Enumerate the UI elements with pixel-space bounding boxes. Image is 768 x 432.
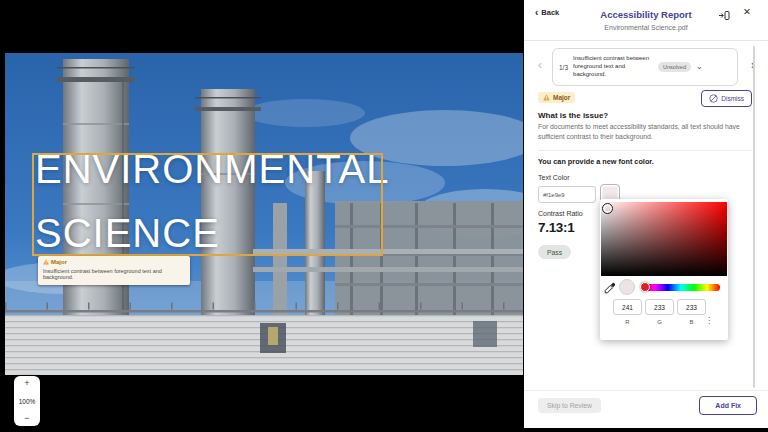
saturation-value-area[interactable]: [601, 202, 727, 276]
zoom-out-button[interactable]: −: [24, 414, 29, 423]
blue-value-input[interactable]: [677, 299, 706, 315]
panel-filename: Environmental Science.pdf: [524, 24, 768, 31]
warning-triangle-icon: [543, 94, 550, 101]
dismiss-label: Dismiss: [721, 95, 744, 102]
add-fix-button[interactable]: Add Fix: [699, 396, 757, 415]
accessibility-report-panel: ‹ Back Accessibility Report Environmenta…: [524, 0, 768, 428]
dismiss-icon: [709, 94, 718, 103]
eyedropper-button[interactable]: [604, 282, 616, 294]
color-picker-popup: R G B ⋮: [600, 199, 728, 340]
close-panel-button[interactable]: ✕: [743, 6, 751, 17]
issue-question-body: For documents to meet accessibility stan…: [538, 122, 752, 142]
resize-panel-icon: [719, 11, 730, 20]
resize-panel-button[interactable]: [719, 8, 730, 23]
issue-card[interactable]: 1/3 Insufficient contrast between foregr…: [552, 48, 738, 86]
hue-slider-thumb[interactable]: [640, 282, 650, 292]
blue-label: B: [677, 319, 706, 325]
chevron-down-icon: ⌄: [696, 62, 703, 71]
severity-badge: Major: [538, 92, 575, 103]
pdf-page-preview[interactable]: ENVIRONMENTAL SCIENCE Major Insufficient…: [5, 53, 523, 375]
issue-dropdown-button[interactable]: ⌄: [696, 64, 703, 70]
issue-tooltip-text: Insufficient contrast between foreground…: [43, 268, 185, 281]
green-label: G: [645, 319, 674, 325]
issue-question-heading: What is the issue?: [538, 111, 608, 120]
previous-issue-button[interactable]: ‹: [538, 58, 542, 72]
warning-triangle-icon: [43, 259, 49, 265]
color-selection-cursor[interactable]: [602, 203, 613, 214]
issue-highlight-box[interactable]: [32, 153, 383, 256]
green-value-input[interactable]: [645, 299, 674, 315]
zoom-level: 100%: [19, 398, 36, 405]
section-divider: [538, 150, 752, 151]
hex-color-input[interactable]: [538, 186, 596, 203]
skip-to-review-button[interactable]: Skip to Review: [538, 398, 601, 413]
zoom-control: + 100% −: [14, 376, 40, 426]
contrast-ratio-value: 7.13:1: [538, 220, 574, 235]
issue-tooltip-severity-label: Major: [51, 259, 67, 265]
panel-scrollbar[interactable]: [753, 46, 755, 388]
eyedropper-icon: [604, 282, 616, 294]
dismiss-button[interactable]: Dismiss: [701, 90, 752, 107]
mode-toggle-icon: ⋮: [705, 316, 713, 325]
zoom-in-button[interactable]: +: [24, 379, 29, 388]
issue-summary: Insufficient contrast between foreground…: [573, 55, 653, 78]
close-icon: ✕: [743, 6, 751, 17]
footer-divider: [524, 390, 768, 391]
text-color-label: Text Color: [538, 174, 570, 181]
issue-position: 1/3: [559, 64, 568, 71]
issue-tooltip-severity: Major: [43, 259, 185, 265]
contrast-ratio-label: Contrast Ratio: [538, 210, 583, 217]
red-value-input[interactable]: [613, 299, 642, 315]
issue-status-badge: Unsolved: [658, 62, 691, 72]
fix-heading: You can provide a new font color.: [538, 157, 654, 166]
issue-tooltip: Major Insufficient contrast between fore…: [38, 256, 190, 285]
panel-title: Accessibility Report: [524, 9, 768, 20]
header-divider: [524, 40, 768, 41]
severity-label: Major: [553, 94, 570, 101]
red-label: R: [613, 319, 642, 325]
hue-slider[interactable]: [642, 284, 720, 291]
color-mode-toggle-button[interactable]: ⋮: [705, 316, 713, 325]
contrast-status-badge: Pass: [538, 245, 571, 259]
prev-chevron-icon: ‹: [538, 58, 542, 72]
current-color-swatch: [619, 279, 635, 295]
document-canvas: ENVIRONMENTAL SCIENCE Major Insufficient…: [0, 0, 524, 432]
